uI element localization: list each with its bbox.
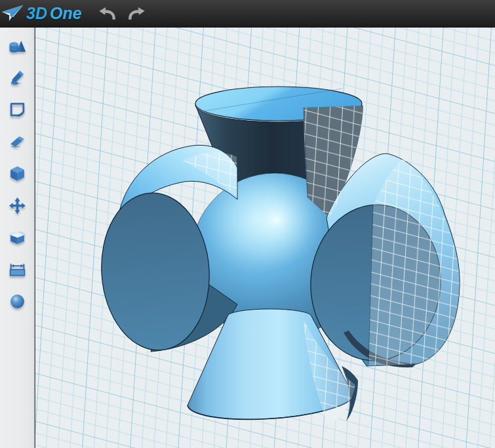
- sidebar-tool-primitive-solids[interactable]: [1, 30, 33, 62]
- undo-button[interactable]: [96, 4, 119, 24]
- tool-sidebar: [0, 28, 35, 448]
- sidebar-tool-move[interactable]: [1, 190, 33, 222]
- move-arrows-icon: [9, 197, 26, 214]
- viewport-3d[interactable]: [35, 28, 495, 448]
- sidebar-tool-edit-model[interactable]: [1, 126, 33, 158]
- sidebar-tool-special-features[interactable]: [1, 222, 33, 254]
- sidebar-tool-sketch-plane[interactable]: [1, 94, 33, 126]
- app-title-one: One: [50, 4, 82, 22]
- app-logo: 3DOne: [1, 4, 82, 24]
- layered-cube-icon: [9, 228, 26, 246]
- app-title: 3DOne: [26, 4, 82, 23]
- sidebar-tool-basic-editing[interactable]: [1, 157, 33, 190]
- sidebar-tool-measure[interactable]: [1, 253, 33, 285]
- redo-button[interactable]: [125, 4, 148, 24]
- sidebar-tool-material-render[interactable]: [1, 285, 33, 317]
- top-toolbar: 3DOne: [0, 0, 495, 28]
- app-title-3d: 3D: [26, 4, 47, 22]
- measure-ruler-icon: [9, 260, 26, 278]
- undo-arrow-icon: [98, 6, 117, 22]
- scene-3d-model: [35, 28, 495, 448]
- sketch-plane-icon: [9, 101, 26, 119]
- eraser-edit-icon: [9, 133, 26, 151]
- material-sphere-icon: [9, 293, 26, 310]
- redo-arrow-icon: [127, 6, 146, 22]
- sketch-pen-icon: [9, 69, 26, 87]
- cube-feature-icon: [9, 165, 26, 182]
- paper-plane-icon: [1, 4, 25, 24]
- primitive-solids-icon: [9, 37, 26, 55]
- sidebar-tool-sketch[interactable]: [1, 62, 33, 94]
